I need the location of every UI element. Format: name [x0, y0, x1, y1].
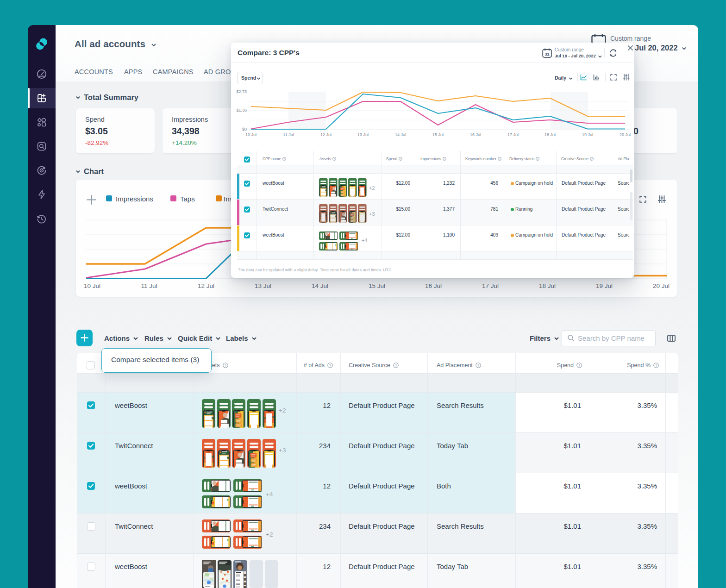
svg-text:?: ?	[477, 363, 479, 367]
svg-text:?: ?	[591, 157, 593, 160]
svg-text:?: ?	[655, 363, 657, 367]
svg-text:?: ?	[499, 157, 501, 160]
svg-text:?: ?	[395, 363, 397, 367]
svg-text:?: ?	[284, 157, 285, 160]
svg-text:?: ?	[400, 157, 401, 160]
svg-text:?: ?	[334, 157, 335, 160]
svg-text:?: ?	[329, 363, 331, 367]
svg-text:?: ?	[537, 157, 538, 160]
svg-text:?: ?	[224, 363, 226, 367]
svg-text:?: ?	[578, 363, 580, 367]
svg-text:?: ?	[444, 157, 445, 160]
